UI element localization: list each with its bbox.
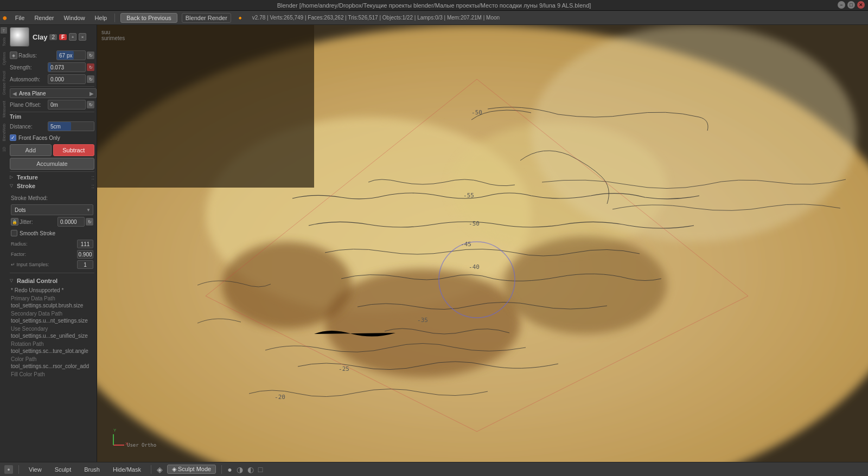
viewport-shading-icon-1[interactable]: ● — [227, 465, 232, 474]
maximize-button[interactable]: □ — [847, 1, 855, 9]
distance-field[interactable]: 5cm — [48, 121, 94, 131]
options-label[interactable]: Options — [2, 52, 6, 65]
plane-offset-icon[interactable]: ↻ — [87, 101, 94, 108]
front-faces-only-label: Front Faces Only — [18, 135, 60, 141]
radius-link-icon[interactable]: ↻ — [87, 52, 94, 59]
svg-text:User Ortho: User Ortho — [127, 442, 156, 448]
statusbar: ● View Sculpt Brush Hide/Mask ◈ ◈ Sculpt… — [0, 462, 868, 476]
strength-link-icon[interactable]: ↻ — [87, 63, 94, 71]
secondary-data-path-value: tool_settings.u...nt_settings.size — [11, 318, 93, 324]
plane-offset-label: Plane Offset: — [10, 102, 48, 108]
stroke-section-header[interactable]: ▽ Stroke :: — [10, 183, 94, 189]
svg-point-5 — [222, 242, 352, 329]
brush-close-icon[interactable]: × — [79, 33, 86, 41]
plane-offset-field[interactable]: 0m — [48, 100, 86, 110]
smooth-stroke-checkbox[interactable] — [11, 230, 17, 236]
strength-field[interactable]: 0.073 — [48, 62, 86, 72]
statusbar-brush-menu[interactable]: Brush — [80, 465, 104, 474]
autosmooth-value: 0.000 — [50, 76, 64, 82]
radial-section-header[interactable]: ▽ Radial Control — [10, 278, 94, 284]
smooth-radius-row: Radius: 111 — [11, 239, 93, 249]
radius-field[interactable]: 67 px — [56, 50, 86, 60]
autosmooth-field[interactable]: 0.000 — [48, 74, 86, 84]
jitter-link-icon[interactable]: ↻ — [86, 218, 93, 226]
window-controls[interactable]: − □ ✕ — [838, 1, 865, 9]
grease-pencil-label[interactable]: Grease Pencil — [2, 71, 6, 95]
properties-panel: Clay 2 F + × ◈ Radius: 67 px ↻ Strength:… — [8, 25, 97, 462]
brush-header: Clay 2 F + × — [9, 27, 95, 47]
svg-text:-25: -25 — [339, 365, 349, 372]
jitter-row: 🔒 Jitter: 0.0000 ↻ — [11, 216, 93, 227]
autosmooth-label: Autosmooth: — [10, 76, 48, 82]
render-engine-selector[interactable]: Blender Render — [182, 13, 231, 23]
svg-text:-50: -50 — [471, 109, 482, 116]
color-path-group: Color Path tool_settings.sc...rsor_color… — [11, 356, 93, 369]
radius-label: Radius: — [18, 53, 56, 59]
titlebar: Blender [/home/andrey/Dropbox/Текущие пр… — [0, 0, 868, 11]
svg-text:-55: -55 — [463, 192, 474, 199]
svg-text:-35: -35 — [417, 317, 428, 324]
brush-name: Clay — [33, 33, 47, 41]
close-button[interactable]: ✕ — [857, 1, 865, 9]
minimize-button[interactable]: − — [838, 1, 845, 9]
menu-help[interactable]: Help — [91, 14, 112, 22]
radial-control-section: ▽ Radial Control * Redo Unsupported * Pr… — [9, 278, 95, 378]
1d-label[interactable]: 1D — [2, 147, 6, 152]
menu-window[interactable]: Window — [59, 14, 89, 22]
smooth-radius-value[interactable]: 111 — [77, 240, 93, 248]
measureit-label[interactable]: Measureit — [2, 101, 6, 118]
subtract-button[interactable]: Subtract — [53, 144, 95, 156]
smooth-stroke-row[interactable]: Smooth Stroke — [11, 228, 93, 238]
smooth-factor-row: Factor: 0.900 — [11, 249, 93, 259]
stroke-section-dots: :: — [91, 183, 94, 189]
jitter-label: Jitter: — [20, 219, 58, 225]
menu-file[interactable]: File — [11, 14, 29, 22]
plane-offset-value: 0m — [50, 102, 58, 108]
viewport-3d[interactable]: -50 -55 -50 -45 -40 -35 -25 -20 User Ort… — [97, 25, 868, 462]
svg-text:Y: Y — [113, 428, 117, 433]
menubar: ● File Render Window Help Back to Previo… — [0, 11, 868, 25]
stroke-arrow-icon: ▽ — [10, 183, 15, 189]
statusbar-separator-3 — [221, 465, 222, 474]
autosmooth-link-icon[interactable]: ↻ — [87, 75, 94, 83]
area-plane-label: Area Plane — [19, 91, 46, 97]
front-faces-only-checkbox[interactable]: ✓ — [10, 134, 16, 141]
front-faces-only-row[interactable]: ✓ Front Faces Only — [10, 133, 94, 143]
texture-section-title: Texture — [17, 174, 38, 181]
brush-add-icon[interactable]: + — [69, 33, 76, 41]
blender-logo-icon: ● — [2, 13, 8, 23]
smooth-factor-value[interactable]: 0.900 — [77, 250, 93, 259]
statusbar-hidemask-menu[interactable]: Hide/Mask — [108, 465, 145, 474]
viewport-shading-icon-3[interactable]: ◐ — [247, 465, 254, 474]
smooth-factor-label: Factor: — [11, 252, 77, 257]
viewport-shading-icon-4[interactable]: □ — [258, 465, 263, 474]
texture-section-header[interactable]: ▷ Texture :: — [10, 174, 94, 181]
add-button[interactable]: Add — [10, 144, 52, 156]
stroke-method-label: Stroke Method: — [11, 195, 49, 201]
tools-label[interactable]: Tools — [2, 37, 6, 46]
jitter-lock-icon: 🔒 — [11, 218, 18, 226]
back-to-previous-button[interactable]: Back to Previous — [120, 13, 177, 23]
divider-2 — [10, 112, 94, 112]
statusbar-sculpt-menu[interactable]: Sculpt — [50, 465, 76, 474]
fill-color-path-label: Fill Color Path — [11, 371, 93, 377]
jitter-field[interactable]: 0.0000 — [58, 217, 85, 227]
area-plane-end-arrow: ▶ — [90, 91, 94, 97]
stroke-method-dropdown[interactable]: Dots ▼ — [11, 204, 93, 215]
distance-value: 5cm — [50, 124, 61, 130]
area-plane-field[interactable]: ◀ Area Plane ▶ — [10, 88, 97, 98]
statusbar-view-menu[interactable]: View — [24, 465, 46, 474]
accumulate-button[interactable]: Accumulate — [10, 158, 94, 170]
color-path-value: tool_settings.sc...rsor_color_add — [11, 363, 93, 369]
blendweb-label[interactable]: BlendWeb — [2, 124, 6, 141]
secondary-data-path-label: Secondary Data Path — [11, 311, 93, 317]
left-panel-tabs: T Tools Options Grease Pencil Measureit … — [0, 25, 8, 462]
input-samples-value[interactable]: 1 — [77, 260, 93, 269]
menu-render[interactable]: Render — [30, 14, 58, 22]
version-info: v2.78 | Verts:265,749 | Faces:263,262 | … — [252, 15, 500, 21]
input-samples-row: ↵ Input Samples: 1 — [11, 260, 93, 269]
viewport-shading-icon-2[interactable]: ◑ — [237, 465, 243, 474]
tools-icon[interactable]: T — [1, 27, 7, 34]
sculpt-mode-button[interactable]: ◈ Sculpt Mode — [167, 465, 216, 474]
brush-thumbnail[interactable] — [10, 27, 29, 47]
